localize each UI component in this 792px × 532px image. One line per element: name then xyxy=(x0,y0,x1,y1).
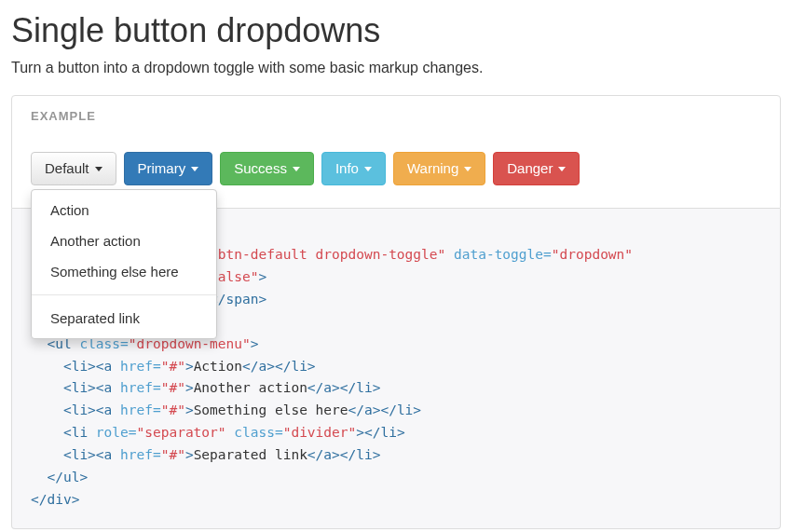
page-title: Single button dropdowns xyxy=(11,11,781,50)
button-row: Default Action Another action Something … xyxy=(31,152,761,185)
default-button-label: Default xyxy=(45,160,89,177)
example-panel: EXAMPLE Default Action Another action So… xyxy=(11,95,781,209)
warning-button-label: Warning xyxy=(407,160,458,177)
caret-icon xyxy=(364,167,372,171)
caret-icon xyxy=(191,167,198,171)
dropdown-item-separated[interactable]: Separated link xyxy=(32,303,216,334)
example-label: EXAMPLE xyxy=(31,109,96,123)
info-button-label: Info xyxy=(335,160,359,177)
default-dropdown-button[interactable]: Default xyxy=(31,152,116,185)
primary-button-label: Primary xyxy=(138,160,186,177)
danger-dropdown-button[interactable]: Danger xyxy=(493,152,580,185)
caret-icon xyxy=(293,167,300,171)
primary-dropdown-button[interactable]: Primary xyxy=(124,152,213,185)
dropdown-item-action[interactable]: Action xyxy=(32,195,216,225)
page-subtitle: Turn a button into a dropdown toggle wit… xyxy=(11,60,781,76)
dropdown-divider xyxy=(32,294,216,295)
dropdown-item-another[interactable]: Another action xyxy=(32,225,216,256)
success-dropdown-button[interactable]: Success xyxy=(220,152,314,185)
default-button-group: Default Action Another action Something … xyxy=(31,152,116,185)
warning-dropdown-button[interactable]: Warning xyxy=(393,152,485,185)
dropdown-item-something[interactable]: Something else here xyxy=(32,256,216,287)
caret-icon xyxy=(464,167,471,171)
success-button-label: Success xyxy=(234,160,287,177)
dropdown-menu: Action Another action Something else her… xyxy=(31,189,217,339)
danger-button-label: Danger xyxy=(507,160,553,177)
caret-icon xyxy=(558,167,566,171)
info-dropdown-button[interactable]: Info xyxy=(321,152,386,185)
caret-icon xyxy=(95,167,102,171)
